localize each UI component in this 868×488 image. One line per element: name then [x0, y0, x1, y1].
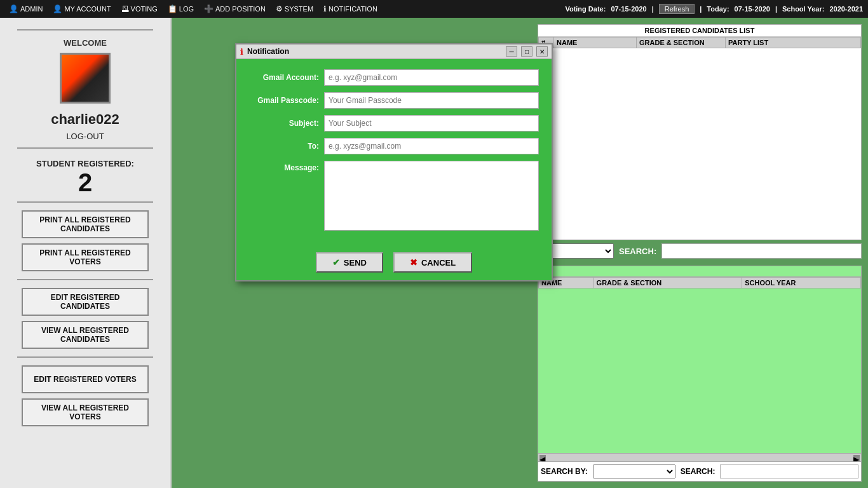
- myaccount-icon: 👤: [53, 4, 62, 13]
- gmail-account-row: Gmail Account:: [249, 69, 539, 86]
- logout-link[interactable]: LOG-OUT: [66, 132, 104, 141]
- voted-col-year: SCHOOL YEAR: [742, 278, 861, 288]
- search-by-input[interactable]: [720, 464, 858, 478]
- cancel-x-icon: ✖: [410, 257, 417, 268]
- main-content: REGISTERED CANDIDATES LIST # NAME GRADE …: [172, 18, 868, 488]
- gmail-account-input[interactable]: [324, 69, 539, 86]
- candidates-table: # NAME GRADE & SECTION PARTY LIST: [538, 37, 861, 48]
- admin-icon: 👤: [9, 4, 18, 13]
- nav-admin[interactable]: 👤 ADMIN: [5, 3, 46, 15]
- message-label: Message:: [249, 163, 319, 172]
- log-icon: 📋: [168, 4, 177, 13]
- dialog-title: Notification: [247, 47, 502, 56]
- stat-value: 2: [78, 168, 92, 196]
- voted-list: ST NAME GRADE & SECTION SCHOOL YEAR ◀ ▶: [538, 266, 862, 463]
- nav-notification[interactable]: ℹ NOTIFICATION: [320, 3, 381, 15]
- voted-col-grade: GRADE & SECTION: [593, 278, 742, 288]
- gmail-passcode-input[interactable]: [324, 92, 539, 109]
- gmail-account-label: Gmail Account:: [249, 73, 319, 82]
- sidebar-divider-4: [17, 279, 153, 280]
- voted-table: NAME GRADE & SECTION SCHOOL YEAR: [538, 277, 861, 288]
- nav-addposition[interactable]: ➕ ADD POSITION: [200, 3, 269, 15]
- notification-dialog: ℹ Notification ─ □ ✕ Gmail Account: Gmai…: [235, 43, 553, 281]
- voted-list-header: ST: [538, 266, 861, 277]
- send-check-icon: ✔: [332, 257, 340, 268]
- edit-voters-button[interactable]: EDIT REGISTERED VOTERS: [22, 365, 149, 393]
- message-textarea[interactable]: [324, 161, 539, 231]
- print-candidates-button[interactable]: PRINT ALL REGISTERED CANDIDATES: [22, 210, 149, 238]
- dialog-minimize-button[interactable]: ─: [506, 46, 517, 57]
- nav-log[interactable]: 📋 LOG: [164, 3, 198, 15]
- search-bar-top: SEARCH:: [538, 243, 862, 259]
- subject-input[interactable]: [324, 115, 539, 132]
- topnav-right: Voting Date: 07-15-2020 | Refresh | Toda…: [565, 4, 863, 14]
- dialog-maximize-button[interactable]: □: [521, 46, 532, 57]
- scroll-right-btn[interactable]: ▶: [853, 455, 860, 461]
- search-top-input[interactable]: [661, 243, 862, 259]
- search-by-select[interactable]: [593, 464, 675, 478]
- sidebar-divider-3: [17, 201, 153, 203]
- stat-label: STUDENT REGISTERED:: [36, 159, 134, 168]
- dialog-close-button[interactable]: ✕: [536, 46, 548, 57]
- search-by-bar: SEARCH BY: SEARCH:: [538, 461, 862, 482]
- dialog-body: Gmail Account: Gmail Passcode: Subject: …: [236, 59, 552, 247]
- refresh-button[interactable]: Refresh: [659, 4, 695, 14]
- notification-icon: ℹ: [323, 4, 327, 13]
- voting-icon: 🗳: [121, 4, 129, 13]
- gmail-passcode-row: Gmail Passcode:: [249, 92, 539, 109]
- welcome-text: WELCOME: [64, 38, 107, 48]
- col-name: NAME: [554, 37, 637, 48]
- sidebar: WELCOME charlie022 LOG-OUT STUDENT REGIS…: [0, 18, 172, 488]
- subject-label: Subject:: [249, 119, 319, 128]
- message-row: Message:: [249, 161, 539, 231]
- sidebar-divider-2: [17, 147, 153, 149]
- to-input[interactable]: [324, 138, 539, 154]
- addposition-icon: ➕: [204, 4, 214, 13]
- sidebar-divider-5: [17, 356, 153, 358]
- candidates-list: REGISTERED CANDIDATES LIST # NAME GRADE …: [538, 24, 862, 240]
- avatar: [60, 53, 111, 104]
- search-top-label: SEARCH:: [619, 247, 656, 256]
- dialog-titlebar: ℹ Notification ─ □ ✕: [236, 44, 552, 59]
- system-icon: ⚙: [276, 4, 283, 13]
- username: charlie022: [51, 111, 119, 128]
- view-candidates-button[interactable]: VIEW ALL REGISTERED CANDIDATES: [22, 321, 149, 349]
- topnav: 👤 ADMIN 👤 MY ACCOUNT 🗳 VOTING 📋 LOG ➕ AD…: [0, 0, 868, 18]
- print-voters-button[interactable]: PRINT ALL REGISTERED VOTERS: [22, 243, 149, 271]
- to-row: To:: [249, 138, 539, 154]
- nav-myaccount[interactable]: 👤 MY ACCOUNT: [49, 3, 114, 15]
- edit-candidates-button[interactable]: EDIT REGISTERED CANDIDATES: [22, 288, 149, 316]
- col-grade: GRADE & SECTION: [637, 37, 726, 48]
- col-party: PARTY LIST: [726, 37, 861, 48]
- search-by-label: SEARCH BY:: [541, 467, 588, 476]
- dialog-info-icon: ℹ: [240, 47, 243, 57]
- sidebar-divider-top: [17, 29, 153, 30]
- nav-system[interactable]: ⚙ SYSTEM: [272, 3, 317, 15]
- subject-row: Subject:: [249, 115, 539, 132]
- dialog-footer: ✔ SEND ✖ CANCEL: [236, 247, 552, 280]
- view-voters-button[interactable]: VIEW ALL REGISTERED VOTERS: [22, 398, 149, 426]
- scroll-left-btn[interactable]: ◀: [539, 455, 546, 461]
- candidates-list-title: REGISTERED CANDIDATES LIST: [538, 25, 861, 37]
- to-label: To:: [249, 142, 319, 151]
- gmail-passcode-label: Gmail Passcode:: [249, 96, 319, 105]
- nav-voting[interactable]: 🗳 VOTING: [118, 3, 161, 15]
- cancel-button[interactable]: ✖ CANCEL: [393, 252, 472, 273]
- search-by-search-label: SEARCH:: [681, 467, 715, 476]
- send-button[interactable]: ✔ SEND: [316, 252, 383, 273]
